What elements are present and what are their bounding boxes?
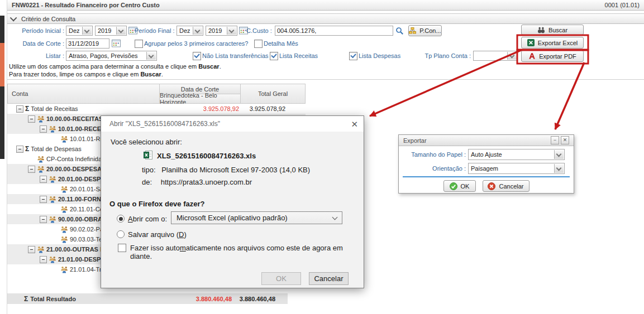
- column-header-conta[interactable]: Conta: [7, 84, 160, 104]
- window-titlebar: FNW0221 - Resultado Financeiro por Centr…: [7, 0, 644, 11]
- orientacao-select[interactable]: Paisagem: [468, 163, 565, 174]
- row-label: 10.00.00-RECEITAS O: [46, 115, 109, 122]
- people-icon: [49, 256, 56, 263]
- collapse-toggle-icon[interactable]: [40, 196, 47, 203]
- collapse-toggle-icon[interactable]: [40, 256, 47, 263]
- footer-value-total: 3.880.460,48: [240, 296, 275, 302]
- data-corte-input[interactable]: [66, 38, 109, 49]
- collapse-toggle-icon[interactable]: [28, 115, 35, 123]
- criteria-section-title: Critério de Consulta: [21, 16, 75, 22]
- ok-check-icon: [450, 182, 457, 190]
- people-icon: [37, 246, 45, 253]
- collapse-toggle-icon[interactable]: [28, 246, 35, 253]
- close-icon[interactable]: ✕: [351, 120, 358, 128]
- exportar-excel-label: Exportar Excel: [538, 40, 578, 46]
- total-geral-header-label: Total Geral: [258, 90, 288, 97]
- table-footer-row[interactable]: Σ Total Resultado 3.880.460,48 3.880.460…: [7, 293, 288, 304]
- periodo-inicial-label: Período Inicial :: [10, 27, 64, 34]
- pcon-button-label: P.Con...: [419, 27, 441, 34]
- binoculars-icon: [537, 27, 545, 33]
- open-with-radio[interactable]: [117, 215, 125, 223]
- periodo-inicial-ano-select[interactable]: 2019: [95, 26, 127, 36]
- ccusto-label: C.Custo :: [246, 27, 272, 34]
- dialog-question: O que o Firefox deve fazer?: [109, 200, 205, 208]
- people-icon: [37, 156, 45, 163]
- cancel-x-icon: [488, 182, 495, 190]
- row-label: Total de Receitas: [31, 105, 78, 112]
- background-window-edge-orange: [0, 43, 4, 86]
- collapse-toggle-icon[interactable]: [16, 105, 23, 113]
- listar-label: Listar :: [18, 52, 64, 59]
- search-icon[interactable]: [395, 27, 404, 35]
- dialog-intro: Você selecionou abrir:: [111, 138, 182, 146]
- ok-button[interactable]: OK: [261, 272, 301, 285]
- criteria-section-header[interactable]: Critério de Consulta: [7, 13, 644, 24]
- exportar-ok-button[interactable]: OK: [443, 180, 476, 192]
- nao-lista-transferencias-checkbox[interactable]: [193, 52, 201, 60]
- buscar-button[interactable]: Buscar: [521, 25, 584, 35]
- column-header-total-geral[interactable]: Total Geral: [240, 84, 306, 104]
- periodo-final-mes-select[interactable]: Dez: [176, 26, 203, 36]
- exportar-ok-label: OK: [461, 183, 470, 190]
- row-value-branch: 3.925.078,92: [159, 105, 240, 112]
- lista-receitas-label: Lista Receitas: [279, 52, 318, 59]
- collapse-toggle-icon[interactable]: [28, 166, 35, 173]
- tamanho-papel-select[interactable]: Auto Ajuste: [468, 149, 565, 160]
- agrupar-checkbox[interactable]: [135, 40, 143, 48]
- close-icon[interactable]: ✕: [561, 136, 569, 144]
- periodo-inicial-mes-select[interactable]: Dez: [66, 26, 93, 36]
- open-with-label: Abrir com o:: [128, 215, 167, 223]
- firefox-download-dialog: Abrir "XLS_52615160084716263.xls" ✕ Você…: [101, 115, 364, 288]
- download-filename: XLS_52615160084716263.xls: [157, 152, 256, 160]
- people-icon: [60, 266, 68, 273]
- exportar-excel-button[interactable]: Exportar Excel: [521, 37, 584, 49]
- save-file-radio[interactable]: [117, 230, 125, 238]
- criteria-panel-divider: [7, 79, 644, 80]
- lista-despesas-checkbox[interactable]: [349, 52, 357, 60]
- pcon-button[interactable]: P.Con...: [408, 25, 442, 36]
- agrupar-label: Agrupar pelos 3 primeiros caracteres?: [144, 40, 248, 47]
- exportar-dialog-titlebar[interactable]: Exportar − ✕: [399, 135, 574, 146]
- pdf-icon: [528, 52, 536, 60]
- table-row[interactable]: ΣTotal de Receitas3.925.078,923.925.078,…: [7, 104, 306, 114]
- lista-despesas-label: Lista Despesas: [359, 52, 400, 59]
- people-icon: [49, 216, 56, 223]
- collapse-toggle-icon[interactable]: [40, 125, 47, 133]
- minimize-icon[interactable]: −: [551, 136, 559, 144]
- calendar-icon[interactable]: [112, 39, 121, 47]
- people-icon: [60, 186, 68, 193]
- annotation-arrow-to-exportar-dialog: [555, 62, 584, 129]
- people-icon: [37, 166, 45, 173]
- tamanho-papel-label: Tamanho do Papel :: [404, 151, 466, 158]
- do-automatically-checkbox[interactable]: [118, 244, 126, 252]
- excel-file-icon: [144, 151, 152, 160]
- exportar-pdf-button[interactable]: Exportar PDF: [521, 50, 584, 62]
- data-corte-header-label: Data de Corte: [181, 86, 219, 93]
- people-icon: [49, 196, 56, 203]
- people-icon: [37, 115, 45, 123]
- erp-window: FNW0221 - Resultado Financeiro por Centr…: [0, 0, 644, 314]
- dialog-title: Abrir "XLS_52615160084716263.xls": [109, 120, 220, 128]
- collapse-toggle-icon[interactable]: [40, 216, 47, 223]
- periodo-final-ano-select[interactable]: 2019: [206, 26, 237, 36]
- footer-label: Total Resultado: [30, 296, 76, 302]
- collapse-toggle-icon[interactable]: [16, 146, 23, 153]
- open-with-app-select[interactable]: Microsoft Excel (aplicativo padrão): [171, 211, 342, 224]
- exportar-cancel-button[interactable]: Cancelar: [483, 180, 529, 192]
- cancel-button[interactable]: Cancelar: [309, 272, 349, 285]
- tp-plano-conta-label: Tp Plano Conta :: [416, 52, 471, 59]
- collapse-toggle-icon[interactable]: [40, 176, 47, 183]
- column-header-branch[interactable]: Brinquedoteka - Belo Horizonte: [159, 94, 241, 104]
- row-label: 20.00.00-DESPESAS: [46, 166, 106, 172]
- ccusto-input[interactable]: [275, 26, 393, 36]
- screen-code: 0001 (01.01): [605, 2, 640, 8]
- ok-button-label: OK: [276, 274, 287, 283]
- row-value-total: 3.925.078,92: [240, 105, 306, 112]
- detalha-mes-checkbox[interactable]: [254, 40, 263, 48]
- buscar-button-label: Buscar: [548, 27, 567, 33]
- listar-select[interactable]: Atraso, Pagos, Previsões: [66, 51, 157, 61]
- tp-plano-conta-select[interactable]: [473, 51, 518, 61]
- lista-receitas-checkbox[interactable]: [270, 52, 278, 60]
- conta-header-label: Conta: [12, 90, 28, 97]
- exportar-cancel-label: Cancelar: [499, 183, 523, 190]
